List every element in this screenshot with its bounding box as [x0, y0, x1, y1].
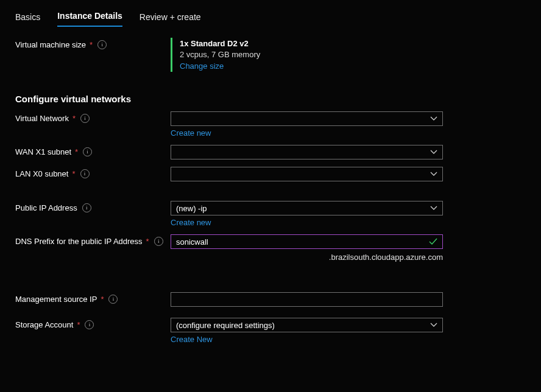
dns-prefix-input[interactable] [176, 237, 425, 247]
storage-create-new-link[interactable]: Create New [171, 335, 443, 344]
info-icon[interactable]: i [97, 40, 107, 49]
required-indicator: * [145, 237, 149, 246]
dns-prefix-label: DNS Prefix for the public IP Address [15, 237, 143, 246]
required-indicator: * [99, 295, 104, 304]
vm-size-title: 1x Standard D2 v2 [180, 39, 443, 48]
info-icon[interactable]: i [80, 169, 90, 178]
mgmt-ip-input[interactable] [176, 295, 425, 304]
required-indicator: * [88, 40, 93, 49]
lan-subnet-dropdown[interactable] [171, 167, 443, 181]
tab-review-create[interactable]: Review + create [140, 12, 201, 26]
vm-size-box: 1x Standard D2 v2 2 vcpus, 7 GB memory C… [171, 38, 443, 72]
vm-size-label: Virtual machine size [15, 40, 86, 49]
dns-suffix: .brazilsouth.cloudapp.azure.com [171, 253, 443, 262]
info-icon[interactable]: i [83, 147, 92, 156]
wan-subnet-label: WAN X1 subnet [15, 147, 71, 156]
chevron-down-icon [430, 150, 437, 155]
chevron-down-icon [430, 116, 437, 121]
change-size-link[interactable]: Change size [180, 61, 224, 71]
wan-subnet-dropdown[interactable] [171, 145, 443, 159]
info-icon[interactable]: i [80, 114, 90, 123]
vm-size-subtitle: 2 vcpus, 7 GB memory [180, 50, 443, 59]
lan-subnet-label: LAN X0 subnet [15, 169, 68, 178]
public-ip-value: (new) -ip [176, 204, 207, 213]
chevron-down-icon [430, 206, 437, 211]
public-ip-dropdown[interactable]: (new) -ip [171, 201, 443, 215]
tab-instance-details[interactable]: Instance Details [57, 11, 122, 27]
chevron-down-icon [430, 323, 437, 327]
public-ip-label: Public IP Address [15, 203, 77, 212]
dns-prefix-input-wrap[interactable] [171, 234, 443, 249]
vnet-create-new-link[interactable]: Create new [171, 128, 443, 138]
info-icon[interactable]: i [85, 320, 94, 329]
info-icon[interactable]: i [108, 295, 118, 304]
section-configure-networks: Configure virtual networks [15, 94, 526, 104]
info-icon[interactable]: i [154, 237, 163, 246]
check-icon [429, 238, 437, 245]
required-indicator: * [71, 169, 75, 178]
storage-account-label: Storage Account [15, 320, 73, 329]
vnet-label: Virtual Network [15, 114, 69, 123]
tabs-bar: Basics Instance Details Review + create [15, 0, 526, 26]
vnet-dropdown[interactable] [171, 111, 443, 126]
info-icon[interactable]: i [82, 203, 91, 212]
chevron-down-icon [430, 172, 437, 177]
required-indicator: * [76, 320, 80, 329]
required-indicator: * [74, 147, 78, 156]
mgmt-ip-label: Management source IP [15, 295, 97, 304]
tab-basics[interactable]: Basics [15, 12, 40, 26]
storage-account-dropdown[interactable]: (configure required settings) [171, 318, 443, 332]
storage-account-value: (configure required settings) [176, 321, 275, 330]
mgmt-ip-input-wrap[interactable] [171, 292, 443, 307]
required-indicator: * [71, 114, 76, 123]
public-ip-create-new-link[interactable]: Create new [171, 218, 443, 227]
